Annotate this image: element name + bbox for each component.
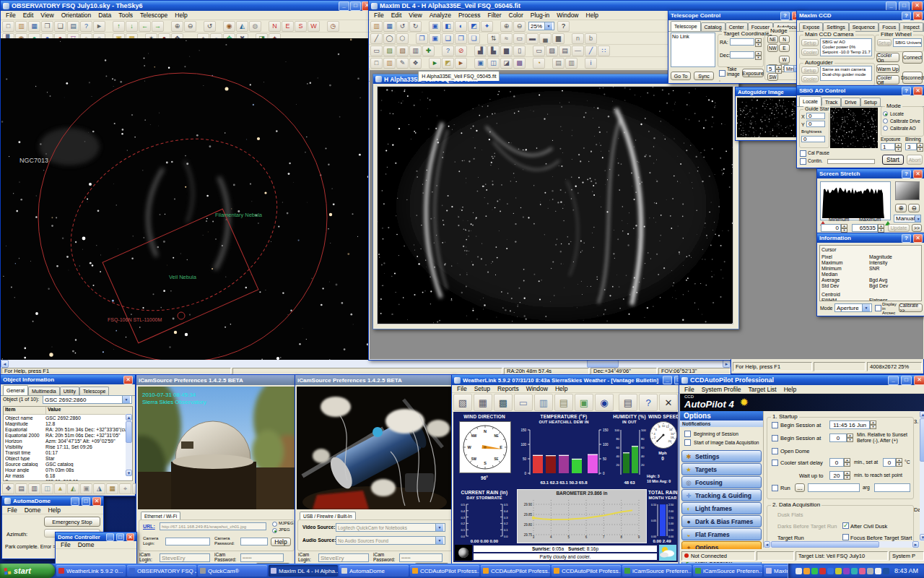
audio-source-select[interactable]: No Audio Sources Found▼ [336, 536, 445, 545]
menu-file[interactable]: File [681, 386, 698, 393]
east-icon[interactable]: E [282, 21, 294, 32]
redo-icon[interactable]: ↻ [409, 21, 422, 32]
automadome-titlebar[interactable]: AutomaDome _ □ ✕ [2, 496, 103, 506]
disconnect-button[interactable]: Disconnect [902, 72, 923, 84]
table-row[interactable]: Screen x,y695.00, 268.00 [4, 478, 132, 481]
menu-help[interactable]: Help [44, 506, 64, 514]
menu-edit[interactable]: Edit [388, 12, 406, 19]
crosshair-icon[interactable]: ✦ [481, 21, 493, 32]
binning-field[interactable]: 3 [905, 143, 917, 150]
tray-icon[interactable] [835, 568, 842, 574]
run-path-field[interactable] [808, 483, 860, 492]
exposure-field[interactable]: 1 [881, 143, 895, 150]
url-field[interactable]: http://67.161.168.249:81/snapshot_ch01.j… [160, 522, 266, 530]
maximize-button[interactable]: □ [899, 1, 910, 11]
menu-edit[interactable]: Edit [19, 12, 38, 19]
icam-login-field[interactable]: SteveEry [318, 553, 369, 562]
tab-utility[interactable]: Utility [60, 387, 79, 395]
zoom-out-icon[interactable]: ⊖ [184, 21, 196, 32]
menu-file[interactable]: File [57, 541, 74, 548]
menu-color[interactable]: Color [505, 12, 527, 19]
menu-view[interactable]: View [405, 12, 425, 19]
tab-inspect[interactable]: Inspect [899, 22, 923, 31]
menu-help[interactable]: Help [583, 12, 602, 19]
nudge-amount-field[interactable]: 5 [767, 65, 775, 72]
sbig-ao-titlebar[interactable]: SBIG AO Control ? ✕ [797, 86, 924, 95]
tile-icon[interactable]: ❏ [468, 33, 480, 44]
sequence-icon[interactable]: ◩ [442, 58, 454, 69]
autoguider-cooler-button[interactable]: Cooler [801, 75, 819, 82]
duplicate-icon[interactable]: ▣ [429, 33, 441, 44]
sidebar-item-flat-frames[interactable]: ◒Flat Frames [681, 528, 762, 540]
goto-button[interactable]: Go To [671, 72, 691, 80]
tray-icon[interactable] [819, 568, 826, 574]
zoom-select[interactable]: 25%▼ [528, 22, 554, 30]
tray-icon[interactable] [827, 568, 834, 574]
dec-field[interactable] [730, 51, 754, 59]
taskbar-task-ccdautopilot-profess[interactable]: CCDAutoPilot Profess... [410, 565, 479, 577]
menu-file[interactable]: File [4, 506, 21, 514]
chart-icon[interactable]: ▣ [80, 483, 92, 494]
menu-filter[interactable]: Filter [484, 12, 505, 19]
line-tool-icon[interactable]: ╱ [370, 33, 383, 44]
menu-reports[interactable]: Reports [494, 385, 523, 392]
new-window-icon[interactable]: ❐ [416, 33, 428, 44]
scroll-left-arrow[interactable]: ◄ [1, 360, 9, 368]
zoom-in-icon[interactable]: ⊕ [171, 21, 183, 32]
column-item[interactable]: Item [4, 407, 46, 414]
icam2-titlebar[interactable]: iCamSource Preferences 1.4.2.5 BETA [295, 375, 454, 385]
paste-icon[interactable]: ❑ [54, 21, 66, 32]
graph-3-icon[interactable]: ▆ [500, 46, 513, 56]
exposure-spinner[interactable]: ▲▼ [895, 143, 902, 150]
run-browse-button[interactable]: ... [795, 483, 805, 492]
nav-right-icon[interactable]: → [152, 21, 164, 32]
run-checkbox[interactable] [772, 485, 778, 491]
information-titlebar[interactable]: Information ? ✕ [817, 233, 924, 243]
strip-charts-icon[interactable]: ▧ [453, 394, 472, 411]
tab-general[interactable]: General [3, 385, 28, 395]
begin-session-time-spinner[interactable]: ▲▼ [870, 420, 876, 429]
print-icon[interactable]: ▤ [552, 58, 565, 69]
minimize-button[interactable]: _ [886, 1, 897, 11]
panel-hscrollbar[interactable]: ◄ ► [764, 541, 920, 548]
tab-telescope[interactable]: Telescope [671, 21, 701, 31]
tab-ethernet-wifi[interactable]: Ethernet / Wi-Fi [141, 512, 180, 519]
wait-spinner[interactable]: ▲▼ [844, 471, 850, 480]
scroll-right-arrow[interactable]: ► [723, 360, 731, 368]
bulletin-icon[interactable]: ▭ [514, 394, 533, 411]
zenith-view-icon[interactable]: ◍ [249, 21, 261, 32]
open-icon[interactable]: ▥ [370, 21, 383, 32]
table-row[interactable]: HorizonAzm: 304°47'15" Alt: +09°02'59" [4, 438, 132, 444]
nav-up-icon[interactable]: ↑ [113, 21, 125, 32]
camera-password-field[interactable] [240, 538, 268, 545]
close-button[interactable]: ✕ [913, 87, 923, 95]
graph-2-icon[interactable]: ▙ [487, 46, 500, 56]
combine-icon[interactable]: ▨ [546, 46, 558, 56]
filter-setup-button[interactable]: Setup [877, 39, 892, 46]
update-button[interactable]: Update [888, 224, 910, 232]
table-vscrollbar[interactable]: ▲ ▼ [126, 414, 132, 476]
sky-horizontal-scrollbar[interactable]: ◄ ► [1, 360, 731, 368]
menu-system-profile[interactable]: System Profile [698, 386, 745, 393]
cal-pause-checkbox[interactable] [800, 150, 806, 157]
maximize-button[interactable]: □ [901, 376, 912, 385]
edit-icon[interactable]: ✎ [396, 58, 409, 69]
tray-icon[interactable] [796, 568, 802, 574]
minimize-button[interactable]: _ [71, 497, 79, 506]
taskbar-task-quickcam[interactable]: QuickCam® [198, 565, 267, 577]
jpeg-radio[interactable] [272, 528, 277, 533]
x-field[interactable]: 0 [806, 113, 825, 119]
camera-login-field[interactable] [165, 538, 210, 545]
begin-session-time-field[interactable]: 11:45 16 Jun [829, 420, 870, 429]
zoom-in-icon[interactable]: ⊕ [500, 21, 513, 32]
nudge-ne-button[interactable]: NE [767, 35, 778, 43]
guide-icon[interactable]: ► [455, 58, 467, 69]
tab-sequence[interactable]: Sequence [849, 22, 879, 31]
tray-icon[interactable] [843, 568, 850, 574]
nudge-w-button[interactable]: W [779, 56, 790, 64]
reports-icon[interactable]: ▣ [575, 394, 593, 411]
sidebar-item-light-frames[interactable]: ◐Light frames [681, 502, 762, 514]
menu-tools[interactable]: Tools [115, 12, 136, 19]
tab-multimedia[interactable]: Multimedia [28, 387, 60, 395]
open-icon[interactable]: ▥ [15, 21, 27, 32]
